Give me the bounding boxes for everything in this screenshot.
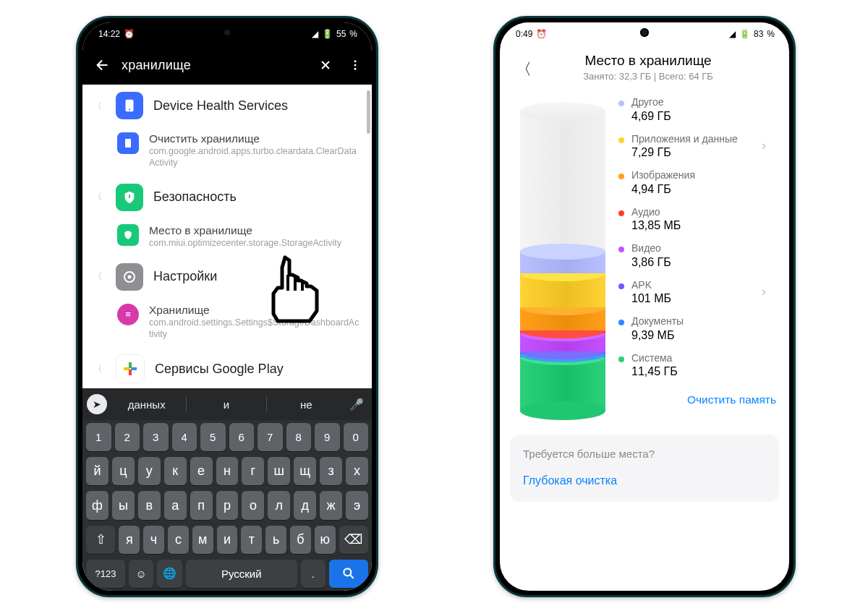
play-services-icon (116, 354, 145, 383)
key-н[interactable]: н (216, 457, 239, 485)
key-ш[interactable]: ш (268, 457, 290, 485)
key-э[interactable]: э (346, 491, 368, 519)
key-и[interactable]: и (217, 526, 238, 554)
result-group-header[interactable]: 〈 Безопасность (82, 176, 372, 218)
group-label: Device Health Services (153, 98, 288, 114)
overflow-menu-button[interactable] (344, 51, 366, 80)
emoji-key[interactable]: ☺ (129, 560, 154, 588)
svg-point-12 (344, 569, 351, 576)
clear-search-button[interactable] (311, 51, 340, 80)
result-group-header[interactable]: 〈 Device Health Services (82, 85, 372, 127)
key-с[interactable]: с (168, 526, 189, 554)
settings-icon (116, 263, 143, 291)
category-name: APK (631, 279, 754, 292)
voice-input-button[interactable]: 🎤 (346, 398, 367, 411)
result-item[interactable]: Место в хранилище com.miui.optimizecente… (82, 218, 372, 256)
key-5[interactable]: 5 (200, 423, 226, 451)
svg-point-4 (129, 108, 130, 110)
svg-rect-5 (125, 139, 131, 148)
key-х[interactable]: х (346, 457, 368, 485)
svg-rect-10 (131, 367, 137, 370)
search-action-key[interactable] (329, 560, 368, 588)
key-6[interactable]: 6 (229, 423, 255, 451)
key-2[interactable]: 2 (115, 423, 140, 451)
key-м[interactable]: м (192, 526, 213, 554)
battery-unit: % (349, 29, 357, 39)
result-title: Хранилище (149, 304, 360, 317)
key-к[interactable]: к (164, 457, 187, 485)
key-й[interactable]: й (86, 457, 109, 485)
app-icon: ≡ (117, 304, 139, 325)
app-icon (116, 184, 143, 211)
deep-clean-link[interactable]: Глубокая очистка (523, 474, 766, 487)
search-input[interactable]: хранилище (122, 58, 307, 73)
category-dot-icon (618, 174, 624, 179)
key-з[interactable]: з (320, 457, 342, 485)
key-п[interactable]: п (190, 491, 213, 519)
keyboard-row-1: йцукенгшщзх (82, 454, 372, 488)
key-ж[interactable]: ж (320, 491, 342, 519)
category-dot-icon (618, 320, 624, 325)
cylinder-segment (520, 273, 605, 307)
key-у[interactable]: у (138, 457, 161, 485)
backspace-key[interactable]: ⌫ (339, 526, 368, 554)
result-title: Очистить хранилище (149, 132, 360, 145)
category-value: 9,39 МБ (631, 329, 766, 342)
svg-rect-9 (129, 362, 132, 368)
key-ц[interactable]: ц (112, 457, 135, 485)
group-label: Безопасность (153, 189, 237, 205)
key-р[interactable]: р (216, 491, 239, 519)
key-в[interactable]: в (138, 491, 161, 519)
front-camera-hole (640, 28, 649, 37)
deep-clean-card[interactable]: Требуется больше места? Глубокая очистка (510, 435, 779, 502)
suggestion[interactable]: и (190, 394, 263, 415)
storage-cylinder-chart (520, 102, 605, 420)
key-д[interactable]: д (294, 491, 316, 519)
phone-search: 14:22 ⏰ ◢ 🔋 55 % хранилище (76, 16, 378, 597)
key-7[interactable]: 7 (258, 423, 283, 451)
back-button[interactable] (88, 51, 117, 80)
key-8[interactable]: 8 (286, 423, 312, 451)
key-ы[interactable]: ы (112, 491, 135, 519)
shift-key[interactable]: ⇧ (86, 526, 115, 554)
result-group-header[interactable]: 〈 Настройки (82, 256, 372, 298)
language-key[interactable]: 🌐 (157, 560, 182, 588)
clean-memory-link[interactable]: Очистить память (618, 393, 776, 407)
chevron-up-icon: 〈 (90, 363, 106, 375)
key-9[interactable]: 9 (315, 423, 340, 451)
storage-category: Документы9,39 МБ (618, 315, 776, 342)
search-results-list[interactable]: 〈 Device Health Services Очистить хранил… (82, 85, 372, 388)
key-ч[interactable]: ч (143, 526, 164, 554)
suggestion[interactable]: данных (110, 394, 183, 415)
key-а[interactable]: а (164, 491, 187, 519)
key-0[interactable]: 0 (344, 423, 369, 451)
spacebar-key[interactable]: Русский (186, 560, 297, 588)
result-item[interactable]: ≡ Хранилище com.android.settings.Setting… (82, 298, 372, 348)
key-ь[interactable]: ь (265, 526, 286, 554)
key-т[interactable]: т (241, 526, 262, 554)
on-screen-keyboard[interactable]: ➤ данных и не 🎤 1234567890 йцукенгшщзх ф… (82, 388, 372, 591)
key-ю[interactable]: ю (315, 526, 336, 554)
expand-suggestions-button[interactable]: ➤ (87, 394, 107, 414)
key-о[interactable]: о (242, 491, 264, 519)
suggestion[interactable]: не (270, 394, 343, 415)
key-1[interactable]: 1 (86, 423, 111, 451)
key-б[interactable]: б (290, 526, 311, 554)
storage-category[interactable]: Приложения и данные7,29 ГБ› (618, 133, 776, 160)
category-name: Изображения (631, 169, 766, 182)
key-ф[interactable]: ф (86, 491, 109, 519)
key-л[interactable]: л (268, 491, 290, 519)
key-3[interactable]: 3 (143, 423, 169, 451)
result-item[interactable]: Очистить хранилище com.google.android.ap… (82, 127, 372, 176)
key-е[interactable]: е (190, 457, 213, 485)
key-4[interactable]: 4 (172, 423, 197, 451)
key-я[interactable]: я (119, 526, 140, 554)
period-key[interactable]: . (301, 560, 326, 588)
key-г[interactable]: г (242, 457, 264, 485)
result-group-header[interactable]: 〈 Сервисы Google Play (82, 347, 372, 388)
storage-summary: Занято: 32,3 ГБ | Всего: 64 ГБ (520, 71, 776, 82)
scrollbar-thumb[interactable] (367, 90, 370, 134)
symbols-key[interactable]: ?123 (86, 560, 125, 588)
storage-category[interactable]: APK101 МБ› (618, 279, 776, 306)
key-щ[interactable]: щ (294, 457, 316, 485)
